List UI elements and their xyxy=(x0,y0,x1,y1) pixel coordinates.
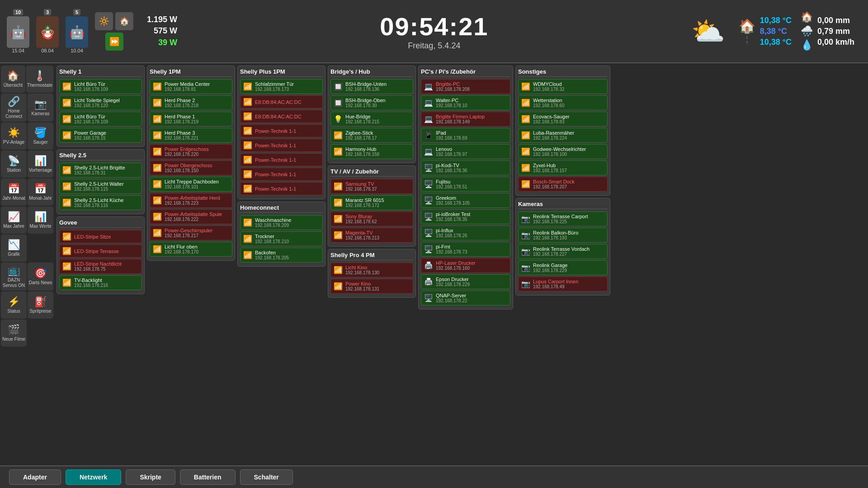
device-power-kino[interactable]: 📶 Power Kino 192.168.178.131 xyxy=(330,279,413,294)
device-power-arbherd[interactable]: 📶 Power-Arbeitsplatte Herd 192.168.178.2… xyxy=(150,193,232,208)
device-shelly25-kuche[interactable]: 📶 Shelly 2.5-Licht Küche 192.168.178.116 xyxy=(59,195,142,210)
device-ipad[interactable]: 📱 IPad 192.168.178.69 xyxy=(421,128,510,143)
sidebar-item-thermostate[interactable]: 🌡️ Thermostate xyxy=(26,66,53,93)
sidebar-item-ubersicht[interactable]: 🏠 Übersicht xyxy=(1,66,25,93)
device-led-terrasse[interactable]: 📶 LED-Stripe Terrasse xyxy=(59,244,142,258)
sidebar-item-spritpreise[interactable]: ⛽ Spritpreise xyxy=(28,291,53,319)
device-ptech2[interactable]: 📶 Power-Technik 1-1 xyxy=(240,139,323,152)
sidebar-item-dazn[interactable]: 📺 DAZN Servus ON xyxy=(1,263,27,291)
sidebar-item-neuefilme[interactable]: 🎬 Neue Filme xyxy=(1,319,27,347)
pi-icon: 🖥️ xyxy=(424,245,433,253)
device-geschirrspuler[interactable]: 📶 Power-Geschirrspuler 192.168.178.217 xyxy=(150,225,232,240)
device-tv-backlight[interactable]: 📶 TV-Backlight 192.168.178.216 xyxy=(59,275,142,290)
device-godwee[interactable]: 📶 Godwee-Wechselrichter 192.168.178.100 xyxy=(518,144,608,159)
device-pi-influx[interactable]: 🖥️ pi-Influx 192.168.178.26 xyxy=(421,225,510,240)
device-ptech1[interactable]: 📶 Power-Technik 1-1 xyxy=(240,124,323,137)
device-power-ober[interactable]: 📶 Power Obergeschoss 192.168.178.150 xyxy=(150,160,232,175)
house-icon[interactable]: 🏠 xyxy=(115,12,133,30)
device-brigitte-laptop[interactable]: 💻 Brigitte Firmen Laptop 192.168.178.149 xyxy=(421,112,510,127)
device-brigitte-pc[interactable]: 💻 Brigitte-PC 192.168.178.208 xyxy=(421,79,510,94)
device-licht-treppe[interactable]: 📶 Licht Treppe Dachboden 192.168.178.101 xyxy=(150,177,232,192)
tab-adapter[interactable]: Adapter xyxy=(9,469,61,485)
device-zyxel[interactable]: 📶 Zyxel-Hub 192.168.178.157 xyxy=(518,160,608,175)
device-reolink-balkon[interactable]: 📷 Reolink Balkon-Büro 192.168.178.193 xyxy=(518,228,608,243)
device-reolink-vordach[interactable]: 📷 Reolink Terrasse Vordach 192.168.178.2… xyxy=(518,244,608,259)
device-bosch[interactable]: 📶 Bosch-Smart Dock 192.168.178.207 xyxy=(518,177,608,192)
device-marantz[interactable]: 📶 Marantz SR 6015 192.168.178.172 xyxy=(330,195,413,210)
tab-netzwerk[interactable]: Netzwerk xyxy=(66,469,121,485)
device-schlafzimmer[interactable]: 📶 Schlafzimmer Tür 192.168.178.173 xyxy=(240,79,323,94)
sidebar-item-pvanlage[interactable]: ☀️ PV-Anlage xyxy=(1,122,27,150)
device-herd-phase2[interactable]: 📶 Herd Phase 2 192.168.178.218 xyxy=(150,95,232,110)
sidebar-item-jahrmonat[interactable]: 📅 Jahr-Monat xyxy=(1,178,27,206)
device-ecovacs[interactable]: 📶 Ecovacs-Sauger 192.168.178.83 xyxy=(518,112,608,127)
sidebar-item-vorhersage[interactable]: 📊 Vorhersage xyxy=(28,150,53,178)
sidebar-item-kameras[interactable]: 📷 Kameras xyxy=(28,94,53,122)
device-pi-frnt[interactable]: 🖥️ pi-Frnt 192.168.178.73 xyxy=(421,242,510,257)
sidebar-item-sauger[interactable]: 🪣 Sauger xyxy=(28,122,53,150)
device-wdmy[interactable]: 📶 WDMYCloud 192.168.178.32 xyxy=(518,79,608,94)
device-power-arbspule[interactable]: 📶 Power-Arbeitsplatte Spule 192.168.178.… xyxy=(150,209,232,224)
device-waschmaschine[interactable]: 📶 Waschmaschine 192.168.178.209 xyxy=(240,215,323,230)
device-magenta[interactable]: 📶 Magenta-TV 192.168.178.213 xyxy=(330,228,413,243)
tab-schalter[interactable]: Schalter xyxy=(240,469,293,485)
device-licht-kino[interactable]: 📶 Licht Kino 192.168.178.130 xyxy=(330,263,413,277)
sidebar-item-status[interactable]: ⚡ Status xyxy=(1,291,27,319)
device-bsh-oben[interactable]: 🔲 BSH-Bridge-Oben 192.168.178.30 xyxy=(330,95,413,110)
device-pi-iobroker[interactable]: 🖥️ pi-ioBroker Test 192.168.178.35 xyxy=(421,209,510,224)
device-bsh-unten[interactable]: 🔲 BSH-Bridge-Unten 192.168.178.136 xyxy=(330,79,413,94)
sidebar-item-station[interactable]: 📡 Station xyxy=(1,150,27,178)
device-lupus-carport[interactable]: 📷 Lupus Carport Innen 192.168.178.49 xyxy=(518,277,608,291)
device-licht-toilette[interactable]: 📶 Licht Toilette Spiegel 192.168.178.120 xyxy=(59,95,142,110)
device-power-garage[interactable]: 📶 Power Garage 192.168.178.15 xyxy=(59,128,142,143)
tab-batterien[interactable]: Batterien xyxy=(180,469,236,485)
device-zigbee[interactable]: 📶 Zigbee-Stick 192.168.178.17 xyxy=(330,128,413,143)
device-sony[interactable]: 📶 Sony Bluray 192.168.178.62 xyxy=(330,211,413,226)
device-name: Reolink Garage xyxy=(533,263,604,268)
device-herd-phase3[interactable]: 📶 Herd Phase 3 192.168.178.221 xyxy=(150,128,232,143)
device-ip: 192.168.178.136 xyxy=(345,87,410,92)
device-lenovo[interactable]: 💻 Lenovo 192.168.178.97 xyxy=(421,144,510,159)
device-licht-buro-1[interactable]: 📶 Licht Büro Tür 192.168.178.109 xyxy=(59,79,142,94)
device-ptech4[interactable]: 📶 Power-Technik 1-1 xyxy=(240,168,323,181)
device-qnap[interactable]: 🖥️ QNAP-Server 192.168.178.22 xyxy=(421,291,510,305)
device-licht-flur[interactable]: 📶 Licht Flur oben 192.168.178.170 xyxy=(150,242,232,257)
device-walter-pc[interactable]: 💻 Walter-PC 192.168.178.10 xyxy=(421,95,510,110)
sun-icon[interactable]: 🔆 xyxy=(95,12,113,30)
device-led-nacht[interactable]: 📶 LED-Stripe Nachtlicht 192.168.178.75 xyxy=(59,259,142,274)
play-icon[interactable]: ⏩ xyxy=(105,33,123,51)
device-wetterstation[interactable]: 📶 Wetterstation 192.168.178.60 xyxy=(518,95,608,110)
device-epson[interactable]: 🖨️ Epson Drucker 192.168.178.229 xyxy=(421,274,510,289)
device-trockner[interactable]: 📶 Trockner 192.168.178.210 xyxy=(240,231,323,246)
device-power-media[interactable]: 📶 Power Media Center 192.168.178.81 xyxy=(150,79,232,94)
sidebar-item-darts[interactable]: 🎯 Darts News xyxy=(28,263,53,291)
device-fujitsu[interactable]: 🖥️ Fujitsu 192.168.178.51 xyxy=(421,177,510,192)
sidebar-item-homeconnect[interactable]: 🔗 Home Connect xyxy=(1,94,27,122)
tab-skripte[interactable]: Skripte xyxy=(126,469,175,485)
device-reolink-garage[interactable]: 📷 Reolink Garage 192.168.178.229 xyxy=(518,260,608,275)
device-samsung[interactable]: 📶 Samsung TV 192.168.178.37 xyxy=(330,179,413,194)
sidebar-item-maxwerte[interactable]: 📊 Max Werte xyxy=(28,206,53,234)
device-luba[interactable]: 📶 Luba-Rasenmäher 192.168.178.224 xyxy=(518,128,608,143)
sidebar-item-monatjahr[interactable]: 📅 Monat-Jahr xyxy=(28,178,53,206)
device-power-erd[interactable]: 📶 Power Erdgeschoss 192.168.178.220 xyxy=(150,144,232,159)
sidebar-item-maxjahre[interactable]: 📈 Max Jahre xyxy=(1,206,27,234)
device-licht-buro-2[interactable]: 📶 Licht Büro Tür 192.168.178.109 xyxy=(59,112,142,127)
device-mac2[interactable]: 📶 E8:DB:84:AC:AC:DC xyxy=(240,110,323,123)
device-hp-drucker[interactable]: 🖨️ HP-Laser Drucker 192.168.178.160 xyxy=(421,258,510,273)
device-ptech3[interactable]: 📶 Power-Technik 1-1 xyxy=(240,153,323,166)
device-ptech5[interactable]: 📶 Power-Technik 1-1 xyxy=(240,182,323,195)
device-shelly25-walter[interactable]: 📶 Shelly 2.5-Licht Walter 192.168.178.11… xyxy=(59,179,142,194)
device-hue-bridge[interactable]: 💡 Hue-Bridge 192.168.178.215 xyxy=(330,112,413,127)
device-herd-phase1[interactable]: 📶 Herd Phase 1 192.168.178.219 xyxy=(150,112,232,127)
device-backofen[interactable]: 📶 Backofen 192.168.178.205 xyxy=(240,248,323,263)
device-led-sltze[interactable]: 📶 LED-Stripe Sltze xyxy=(59,230,142,243)
device-reolink-carport[interactable]: 📷 Reolink Terrasse Carport 192.168.178.2… xyxy=(518,211,608,226)
device-shelly25-brigitte[interactable]: 📶 Shelly 2.5-Licht Brigitte 192.168.178.… xyxy=(59,163,142,178)
sidebar-item-grafik[interactable]: 📉 Grafik xyxy=(1,235,27,262)
device-mac1[interactable]: 📶 E8:DB:84:AC:AC:DC xyxy=(240,95,323,108)
panel-shellyplus1pm: Shelly Plus 1PM 📶 Schlafzimmer Tür 192.1… xyxy=(237,66,326,199)
device-pi-kodi[interactable]: 🖥️ pi-Kodi-TV 192.168.178.36 xyxy=(421,160,510,175)
device-greekom[interactable]: 🖥️ Greekom 192.168.178.105 xyxy=(421,193,510,208)
device-harmony[interactable]: 📶 Harmony-Hub 192.168.178.158 xyxy=(330,144,413,159)
